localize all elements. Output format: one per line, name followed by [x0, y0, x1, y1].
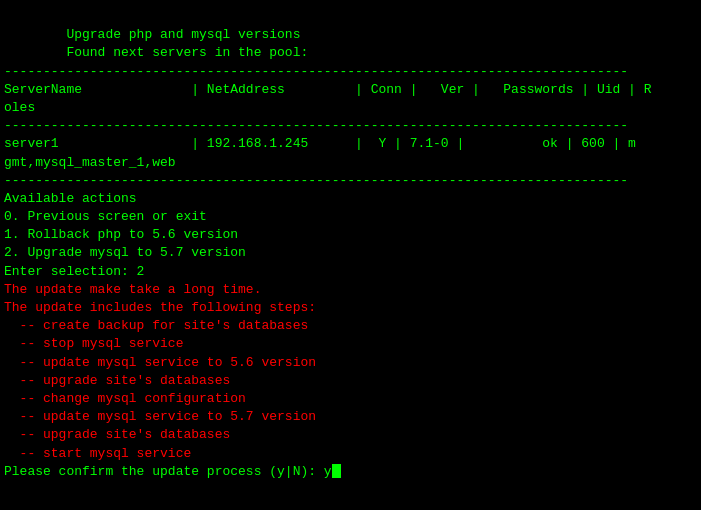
terminal-line-10: ----------------------------------------…: [4, 172, 697, 190]
terminal-line-25: -- change mysql configuration: [4, 390, 697, 408]
terminal-line-15: 2. Upgrade mysql to 5.7 version: [4, 244, 697, 262]
terminal-line-27: -- upgrade site's databases: [4, 426, 697, 444]
terminal-line-26: -- update mysql service to 5.7 version: [4, 408, 697, 426]
cursor[interactable]: [332, 464, 341, 478]
terminal-line-13: 0. Previous screen or exit: [4, 208, 697, 226]
terminal-line-17: Enter selection: 2: [4, 263, 697, 281]
terminal-line-7: ----------------------------------------…: [4, 117, 697, 135]
terminal-line-22: -- stop mysql service: [4, 335, 697, 353]
terminal-line-23: -- update mysql service to 5.6 version: [4, 354, 697, 372]
terminal-line-11: Available actions: [4, 190, 697, 208]
terminal-line-4: ----------------------------------------…: [4, 63, 697, 81]
terminal-line-20: The update includes the following steps:: [4, 299, 697, 317]
terminal-line-6: oles: [4, 99, 697, 117]
terminal-line-9: gmt,mysql_master_1,web: [4, 154, 697, 172]
terminal-line-2: Found next servers in the pool:: [4, 44, 697, 62]
terminal-line-0: Upgrade php and mysql versions: [4, 26, 697, 44]
terminal-line-24: -- upgrade site's databases: [4, 372, 697, 390]
terminal-line-5: ServerName | NetAddress | Conn | Ver | P…: [4, 81, 697, 99]
terminal-line-8: server1 | 192.168.1.245 | Y | 7.1-0 | ok…: [4, 135, 697, 153]
terminal-line-28: -- start mysql service: [4, 445, 697, 463]
terminal-line-21: -- create backup for site's databases: [4, 317, 697, 335]
terminal-line-19: The update make take a long time.: [4, 281, 697, 299]
terminal-window: Upgrade php and mysql versions Found nex…: [4, 8, 697, 502]
terminal-line-14: 1. Rollback php to 5.6 version: [4, 226, 697, 244]
terminal-line-30: Please confirm the update process (y|N):…: [4, 463, 697, 481]
